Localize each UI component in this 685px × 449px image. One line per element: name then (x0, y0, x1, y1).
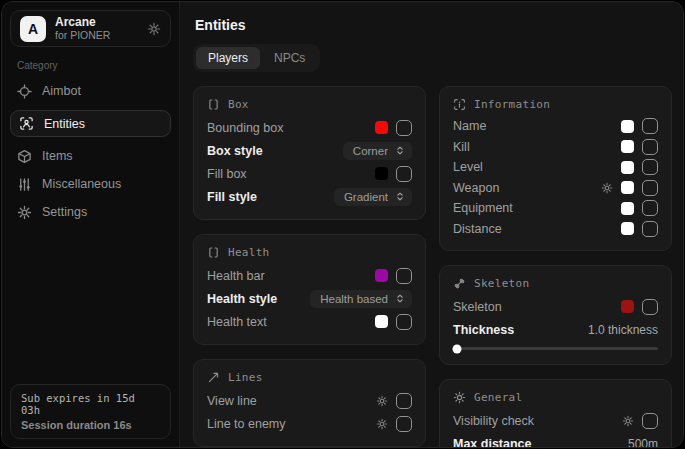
sidebar-item-entities[interactable]: Entities (10, 110, 171, 137)
color-swatch[interactable] (621, 300, 634, 313)
diagonal-line-icon (207, 371, 220, 384)
panel-health: Health Health bar Health style Health ba… (193, 234, 426, 345)
row-health-bar: Health bar (207, 264, 412, 287)
row-box-style: Box style Corner (207, 139, 412, 162)
slider-thumb[interactable] (453, 344, 462, 353)
sidebar-item-aimbot[interactable]: Aimbot (2, 77, 179, 105)
color-swatch[interactable] (375, 269, 388, 282)
thickness-slider[interactable] (453, 344, 658, 353)
checkbox[interactable] (642, 200, 658, 216)
color-swatch[interactable] (621, 161, 634, 174)
checkbox[interactable] (396, 314, 412, 330)
color-swatch[interactable] (621, 120, 634, 133)
panel-box-header: Box (207, 98, 412, 111)
color-swatch[interactable] (375, 121, 388, 134)
brackets-icon (207, 246, 220, 259)
info-scan-icon (453, 98, 466, 111)
tab-npcs[interactable]: NPCs (262, 47, 317, 69)
row-settings-button[interactable] (622, 415, 634, 427)
box-style-dropdown[interactable]: Corner (343, 142, 412, 160)
panel-general: General Visibility check (439, 379, 672, 447)
bone-icon (453, 277, 466, 290)
checkbox[interactable] (642, 180, 658, 196)
panel-title: General (474, 391, 522, 404)
checkbox[interactable] (396, 268, 412, 284)
panel-health-header: Health (207, 246, 412, 259)
tab-players[interactable]: Players (196, 47, 260, 69)
row-label: Health text (207, 315, 267, 329)
row-label: Distance (453, 222, 502, 236)
checkbox[interactable] (642, 159, 658, 175)
checkbox[interactable] (642, 413, 658, 429)
main-content: Entities Players NPCs Box Bounding box (180, 2, 683, 447)
app-window: A Arcane for PIONER Category Aim (1, 1, 684, 448)
sidebar-item-miscellaneous[interactable]: Miscellaneous (2, 170, 179, 198)
entity-scan-icon (19, 116, 34, 131)
row-settings-button[interactable] (376, 395, 388, 407)
row-settings-button[interactable] (376, 418, 388, 430)
brand-settings-button[interactable] (147, 22, 161, 36)
row-label: Visibility check (453, 414, 534, 428)
health-style-dropdown[interactable]: Health based (310, 290, 412, 308)
subscription-status-card: Sub expires in 15d 03h Session duration … (10, 384, 171, 439)
max-distance-value: 500m (628, 437, 658, 448)
sidebar: A Arcane for PIONER Category Aim (2, 2, 180, 447)
color-swatch[interactable] (621, 140, 634, 153)
unfold-icon (395, 293, 405, 304)
row-label: Fill style (207, 190, 257, 204)
color-swatch[interactable] (621, 222, 634, 235)
checkbox[interactable] (642, 221, 658, 237)
color-swatch[interactable] (621, 181, 634, 194)
checkbox[interactable] (642, 299, 658, 315)
unfold-icon (395, 145, 405, 156)
color-swatch[interactable] (375, 167, 388, 180)
row-thickness: Thickness 1.0 thickness (453, 318, 658, 341)
row-label: Name (453, 119, 486, 133)
sidebar-item-label: Miscellaneous (42, 177, 121, 191)
row-equipment: Equipment (453, 198, 658, 219)
row-label: Level (453, 160, 483, 174)
panel-information-header: Information (453, 98, 658, 111)
row-label: Skeleton (453, 300, 502, 314)
sidebar-item-label: Aimbot (42, 84, 81, 98)
panel-lines-header: Lines (207, 371, 412, 384)
row-label: Kill (453, 140, 470, 154)
checkbox[interactable] (396, 393, 412, 409)
app-subtitle: for PIONER (55, 29, 138, 41)
row-label: Box style (207, 144, 263, 158)
sun-icon (453, 391, 466, 404)
app-name: Arcane (55, 16, 138, 30)
color-swatch[interactable] (621, 202, 634, 215)
sliders-icon (17, 177, 32, 192)
unfold-icon (395, 191, 405, 202)
row-label: Fill box (207, 167, 247, 181)
checkbox[interactable] (642, 139, 658, 155)
dropdown-value: Corner (353, 145, 388, 157)
checkbox[interactable] (396, 416, 412, 432)
row-health-text: Health text (207, 310, 412, 333)
color-swatch[interactable] (375, 315, 388, 328)
panel-skeleton-header: Skeleton (453, 277, 658, 290)
session-duration-text: Session duration 16s (21, 419, 160, 431)
checkbox[interactable] (396, 120, 412, 136)
row-label: Weapon (453, 181, 499, 195)
row-line-to-enemy: Line to enemy (207, 412, 412, 435)
sidebar-item-items[interactable]: Items (2, 142, 179, 170)
crosshair-icon (17, 84, 32, 99)
fill-style-dropdown[interactable]: Gradient (334, 188, 412, 206)
row-label: Bounding box (207, 121, 283, 135)
checkbox[interactable] (396, 166, 412, 182)
panel-title: Lines (228, 371, 263, 384)
row-name: Name (453, 116, 658, 137)
sidebar-item-settings[interactable]: Settings (2, 198, 179, 226)
sidebar-nav: Aimbot Entities Items (2, 77, 179, 226)
row-label: Max distance (453, 437, 532, 448)
row-label: Line to enemy (207, 417, 286, 431)
sub-expires-text: Sub expires in 15d 03h (21, 392, 160, 416)
sidebar-item-label: Entities (44, 117, 85, 131)
panel-skeleton: Skeleton Skeleton Thickness 1.0 thicknes… (439, 265, 672, 365)
row-settings-button[interactable] (601, 182, 613, 194)
row-distance: Distance (453, 219, 658, 240)
panel-title: Box (228, 98, 249, 111)
checkbox[interactable] (642, 118, 658, 134)
